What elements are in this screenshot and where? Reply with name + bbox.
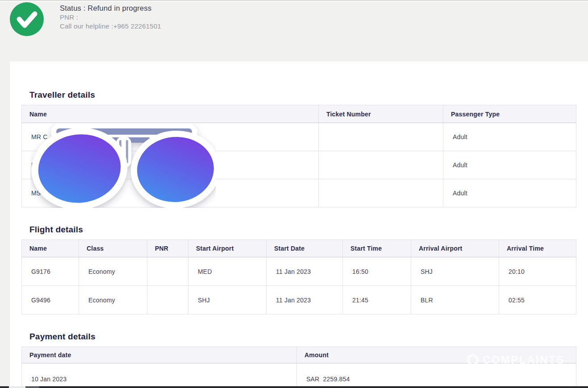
payment-header-row: Payment date Amount <box>22 347 576 363</box>
payment-col-date: Payment date <box>22 347 297 363</box>
flight-col-name: Name <box>22 240 79 257</box>
table-row: MS J Adult <box>22 179 576 207</box>
flight-arrival-airport: SHJ <box>411 257 499 286</box>
traveller-header-row: Name Ticket Number Passenger Type <box>22 105 576 123</box>
payment-col-amount: Amount <box>297 347 576 363</box>
flight-pnr <box>147 286 188 314</box>
flight-name: G9176 <box>22 257 79 286</box>
traveller-ticket <box>319 123 443 151</box>
flight-class: Economy <box>79 257 147 286</box>
status-text: Status : Refund in progress <box>60 3 161 13</box>
flight-class: Economy <box>79 286 147 314</box>
top-strip <box>0 0 588 2</box>
traveller-type: Adult <box>443 123 576 151</box>
flight-col-arrival-time: Arrival Time <box>499 240 576 257</box>
flight-start-time: 16:50 <box>343 257 411 286</box>
flight-col-start-date: Start Date <box>267 240 343 257</box>
flight-start-date: 11 Jan 2023 <box>267 286 343 314</box>
flight-col-arrival-airport: Arrival Airport <box>411 240 499 257</box>
flight-arrival-time: 02:55 <box>499 286 576 314</box>
table-row: G9496 Economy SHJ 11 Jan 2023 21:45 BLR … <box>22 286 576 314</box>
traveller-name: MR C <box>22 123 319 151</box>
progress-segment <box>9 386 25 388</box>
helpline-text: Call our helpline :+965 22261501 <box>60 22 161 31</box>
flight-col-start-airport: Start Airport <box>188 240 267 257</box>
traveller-col-name: Name <box>22 105 319 123</box>
flight-col-start-time: Start Time <box>343 240 411 257</box>
flight-col-pnr: PNR <box>147 240 188 257</box>
traveller-type: Adult <box>443 179 576 207</box>
flight-details-table: Name Class PNR Start Airport Start Date … <box>21 239 576 314</box>
traveller-ticket <box>319 179 443 207</box>
traveller-details-title: Traveller details <box>29 90 95 100</box>
success-check-icon <box>10 2 44 36</box>
traveller-ticket <box>319 151 443 179</box>
flight-arrival-airport: BLR <box>411 286 499 314</box>
details-card: Traveller details Name Ticket Number Pas… <box>10 62 588 388</box>
flight-col-class: Class <box>79 240 147 257</box>
traveller-type: Adult <box>443 151 576 179</box>
table-row: G9176 Economy MED 11 Jan 2023 16:50 SHJ … <box>22 257 576 286</box>
traveller-name: M <box>22 151 319 179</box>
flight-start-date: 11 Jan 2023 <box>267 257 343 286</box>
flight-pnr <box>147 257 188 286</box>
flight-start-airport: SHJ <box>188 286 267 314</box>
table-row: MR C Adult <box>22 123 576 151</box>
flight-arrival-time: 20:10 <box>499 257 576 286</box>
bottom-progress-bar <box>0 386 588 388</box>
flight-header-row: Name Class PNR Start Airport Start Date … <box>22 240 576 257</box>
payment-details-title: Payment details <box>29 332 96 342</box>
payment-date: 10 Jan 2023 <box>22 363 297 388</box>
progress-segment <box>0 386 9 388</box>
flight-start-airport: MED <box>188 257 267 286</box>
progress-segment <box>25 386 39 388</box>
payment-amount: SAR 2259.854 <box>297 363 576 388</box>
status-text-block: Status : Refund in progress PNR : Call o… <box>60 3 161 30</box>
status-header: Status : Refund in progress PNR : Call o… <box>0 0 588 62</box>
traveller-col-type: Passenger Type <box>443 105 576 123</box>
flight-start-time: 21:45 <box>343 286 411 314</box>
traveller-details-table: Name Ticket Number Passenger Type MR C A… <box>21 105 576 207</box>
traveller-col-ticket: Ticket Number <box>319 105 443 123</box>
table-row: M Adult <box>22 151 576 179</box>
pnr-text: PNR : <box>60 13 161 22</box>
flight-name: G9496 <box>22 286 79 314</box>
flight-details-title: Flight details <box>29 225 83 235</box>
payment-details-table: Payment date Amount 10 Jan 2023 SAR 2259… <box>21 347 576 388</box>
table-row: 10 Jan 2023 SAR 2259.854 <box>22 363 576 388</box>
traveller-name: MS J <box>22 179 319 207</box>
